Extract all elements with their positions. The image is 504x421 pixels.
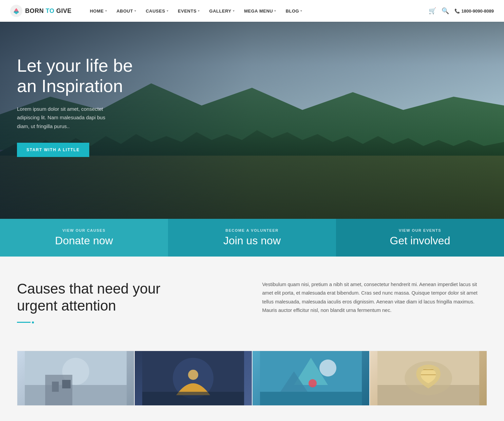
card-image-1 — [17, 351, 134, 405]
hero-content: Let your life be an Inspiration Lorem ip… — [0, 22, 156, 174]
banner-donate-title: Donate now — [55, 234, 113, 247]
logo[interactable]: BORN TO GIVE — [10, 5, 72, 17]
nav-right: 🛒 🔍 📞 1800-9090-8089 — [429, 7, 494, 15]
svg-point-10 — [188, 370, 198, 380]
cards-row — [0, 337, 504, 406]
nav-item-blog[interactable]: BLOG ▾ — [281, 8, 307, 14]
svg-rect-16 — [260, 392, 362, 405]
section-heading: Causes that need your urgent attention — [17, 280, 242, 315]
phone-number: 📞 1800-9090-8089 — [454, 8, 494, 14]
svg-point-1 — [15, 9, 18, 12]
nav-item-about[interactable]: ABOUT ▾ — [112, 8, 141, 14]
hero-cta-button[interactable]: START WITH A LITTLE — [17, 143, 89, 157]
main-right: Vestibulum quam nisi, pretium a nibh sit… — [262, 280, 487, 315]
banner-events[interactable]: VIEW OUR EVENTS Get involved — [336, 219, 504, 257]
section-body: Vestibulum quam nisi, pretium a nibh sit… — [262, 280, 487, 315]
main-section: Causes that need your urgent attention V… — [0, 257, 504, 337]
svg-point-17 — [309, 379, 317, 387]
cart-icon[interactable]: 🛒 — [429, 7, 436, 15]
nav-item-events[interactable]: EVENTS ▾ — [173, 8, 205, 14]
banner-volunteer[interactable]: BECOME A VOLUNTEER Join us now — [168, 219, 336, 257]
card-image-3 — [253, 351, 369, 405]
hero-title: Let your life be an Inspiration — [17, 56, 139, 97]
svg-rect-4 — [25, 385, 127, 405]
svg-rect-6 — [52, 382, 59, 392]
banner-events-label: VIEW OUR EVENTS — [399, 228, 441, 232]
underline-dot — [32, 321, 34, 323]
hero-section: Let your life be an Inspiration Lorem ip… — [0, 22, 504, 219]
nav-item-causes[interactable]: CAUSES ▾ — [141, 8, 173, 14]
svg-rect-11 — [142, 392, 244, 405]
navbar: BORN TO GIVE HOME ▾ ABOUT ▾ CAUSES ▾ EVE… — [0, 0, 504, 22]
card-4[interactable] — [370, 351, 487, 406]
main-left: Causes that need your urgent attention — [17, 280, 242, 323]
svg-rect-7 — [62, 380, 71, 388]
nav-item-home[interactable]: HOME ▾ — [85, 8, 112, 14]
banner-donate[interactable]: VIEW OUR CAUSES Donate now — [0, 219, 168, 257]
search-icon[interactable]: 🔍 — [442, 7, 449, 15]
banner-donate-label: VIEW OUR CAUSES — [62, 228, 106, 232]
underline-bar — [17, 322, 31, 323]
banner-strip: VIEW OUR CAUSES Donate now BECOME A VOLU… — [0, 219, 504, 257]
logo-text: BORN TO GIVE — [25, 7, 72, 15]
card-3[interactable] — [252, 351, 370, 406]
card-image-2 — [135, 351, 251, 405]
banner-events-title: Get involved — [390, 234, 450, 247]
card-1[interactable] — [17, 351, 134, 406]
card-image-4 — [370, 351, 487, 405]
hero-subtitle: Lorem ipsum dolor sit amet, consectet ad… — [17, 105, 119, 131]
banner-volunteer-label: BECOME A VOLUNTEER — [225, 228, 278, 232]
nav-item-mega-menu[interactable]: MEGA MENU ▾ — [239, 8, 281, 14]
nav-item-gallery[interactable]: GALLERY ▾ — [205, 8, 240, 14]
section-underline — [17, 321, 242, 323]
banner-volunteer-title: Join us now — [223, 234, 281, 247]
svg-point-15 — [319, 359, 336, 376]
card-2[interactable] — [134, 351, 252, 406]
phone-icon: 📞 — [454, 8, 460, 14]
nav-links: HOME ▾ ABOUT ▾ CAUSES ▾ EVENTS ▾ GALLERY… — [85, 8, 429, 14]
